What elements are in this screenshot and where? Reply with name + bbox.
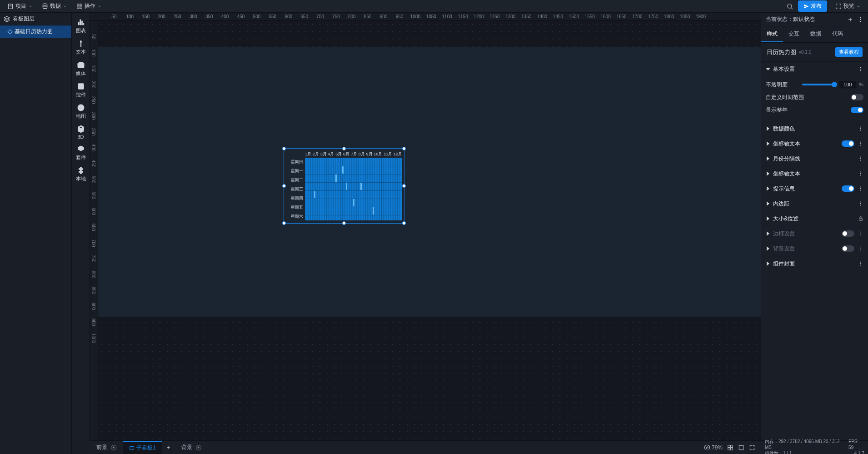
resize-handle-ml[interactable] [282, 184, 286, 188]
svg-point-32 [860, 203, 861, 204]
svg-point-14 [860, 69, 861, 70]
fullscreen-icon[interactable] [749, 444, 755, 451]
resize-handle-bl[interactable] [282, 221, 286, 225]
layer-item-calendar-heatmap[interactable]: 基础日历热力图 [0, 25, 71, 38]
opacity-slider[interactable] [802, 84, 834, 85]
resize-handle-tl[interactable] [282, 147, 286, 150]
svg-point-42 [860, 263, 861, 264]
tab-style[interactable]: 样式 [761, 26, 783, 42]
svg-rect-4 [77, 7, 79, 9]
selection-box[interactable]: 1月2月3月4月5月6月7月8月9月10月11月12月 星期日星期一星期二星期三… [284, 148, 404, 224]
menu-project[interactable]: 项目 [4, 1, 36, 11]
toggle-custom-range[interactable] [851, 94, 863, 100]
section-padding[interactable]: 内边距 [761, 196, 868, 211]
tool-media[interactable]: 媒体 [72, 58, 90, 80]
footer-tab-foreground[interactable]: 前景+ [90, 441, 123, 454]
tab-code[interactable]: 代码 [827, 26, 848, 42]
menu-ops[interactable]: 操作 [73, 1, 105, 11]
svg-rect-44 [130, 446, 134, 449]
section-size-pos[interactable]: 大小&位置 [761, 211, 868, 226]
svg-rect-45 [728, 445, 730, 447]
more-icon[interactable] [858, 246, 863, 251]
toggle-show-year[interactable] [851, 107, 863, 113]
canvas-area: 5010015020025030035040045050055060065070… [90, 13, 761, 440]
more-icon[interactable] [858, 231, 863, 236]
svg-point-17 [860, 128, 861, 129]
fit-screen-icon[interactable] [727, 444, 733, 451]
svg-point-12 [860, 20, 861, 21]
more-icon[interactable] [858, 156, 863, 161]
svg-point-18 [860, 130, 861, 131]
more-icon[interactable] [858, 141, 863, 146]
tool-map[interactable]: 地图 [72, 101, 90, 122]
toggle-background[interactable] [842, 245, 854, 252]
state-label: 当前状态： [766, 15, 793, 23]
add-state-icon[interactable] [847, 16, 853, 23]
resize-handle-br[interactable] [402, 221, 406, 225]
stage[interactable]: 1月2月3月4月5月6月7月8月9月10月11月12月 星期日星期一星期二星期三… [98, 21, 761, 440]
svg-point-38 [860, 247, 861, 248]
svg-point-33 [860, 205, 861, 206]
more-icon[interactable] [858, 261, 863, 266]
svg-point-28 [860, 187, 861, 188]
resize-handle-tr[interactable] [402, 147, 406, 150]
more-icon[interactable] [858, 201, 863, 206]
topbar: 项目 数据 操作 发布 预览 [0, 0, 868, 13]
resize-handle-tm[interactable] [342, 147, 346, 150]
actual-size-icon[interactable] [738, 444, 744, 451]
more-icon[interactable] [858, 171, 863, 176]
component-name: 日历热力图 [767, 48, 796, 56]
footer-tab-background[interactable]: 背景+ [175, 441, 208, 454]
opacity-input[interactable]: 100 [838, 80, 857, 89]
section-basic[interactable]: 基本设置 [761, 62, 868, 76]
more-icon[interactable] [858, 66, 863, 72]
tool-chart[interactable]: 图表 [72, 15, 90, 37]
svg-rect-2 [77, 4, 79, 5]
svg-point-30 [860, 190, 861, 191]
section-cover[interactable]: 组件封面 [761, 256, 868, 271]
tab-data[interactable]: 数据 [805, 26, 827, 42]
resize-handle-mr[interactable] [402, 184, 406, 188]
state-more-icon[interactable] [857, 16, 863, 23]
toggle-axis-text-1[interactable] [842, 140, 854, 147]
svg-point-1 [43, 4, 47, 5]
tutorial-button[interactable]: 查看教程 [835, 47, 863, 57]
toggle-border[interactable] [842, 230, 854, 237]
svg-point-20 [860, 143, 861, 144]
section-month-line[interactable]: 月份分隔线 [761, 151, 868, 166]
publish-button[interactable]: 发布 [798, 0, 827, 12]
svg-point-41 [860, 262, 861, 263]
more-icon[interactable] [858, 186, 863, 191]
search-icon[interactable] [786, 3, 793, 10]
zoom-value[interactable]: 69.79% [704, 444, 723, 451]
svg-point-16 [860, 127, 861, 128]
svg-rect-47 [728, 448, 730, 450]
svg-rect-5 [80, 7, 82, 9]
component-title-row: 日历热力图 v0.1.0 查看教程 [761, 43, 868, 61]
state-row: 当前状态： 默认状态 [761, 13, 868, 26]
left-panel-title: 看板图层 [0, 13, 71, 25]
state-value[interactable]: 默认状态 [793, 15, 815, 23]
footer-tab-subboard[interactable]: 子看板1 [123, 441, 162, 454]
tool-3d[interactable]: 3D [72, 122, 90, 142]
tab-interact[interactable]: 交互 [783, 26, 805, 42]
lock-icon[interactable] [858, 216, 863, 221]
tool-suite[interactable]: 套件 [72, 142, 90, 164]
section-border[interactable]: 边框设置 [761, 226, 868, 241]
layer-icon [7, 29, 12, 34]
toggle-tooltip[interactable] [842, 185, 854, 192]
tool-local[interactable]: 本地 [72, 164, 90, 185]
more-icon[interactable] [858, 126, 863, 131]
section-axis-text-1[interactable]: 坐标轴文本 [761, 136, 868, 151]
svg-point-29 [860, 188, 861, 189]
footer-add-tab[interactable]: + [162, 444, 175, 451]
preview-button[interactable]: 预览 [832, 0, 864, 12]
section-data-color[interactable]: 数据颜色 [761, 121, 868, 136]
menu-data[interactable]: 数据 [38, 1, 71, 11]
section-tooltip[interactable]: 提示信息 [761, 181, 868, 196]
tool-widget[interactable]: 控件 [72, 80, 90, 101]
resize-handle-bm[interactable] [342, 221, 346, 225]
section-axis-text-2[interactable]: 坐标轴文本 [761, 166, 868, 181]
tool-text[interactable]: 文本 [72, 37, 90, 58]
section-background[interactable]: 背景设置 [761, 241, 868, 256]
